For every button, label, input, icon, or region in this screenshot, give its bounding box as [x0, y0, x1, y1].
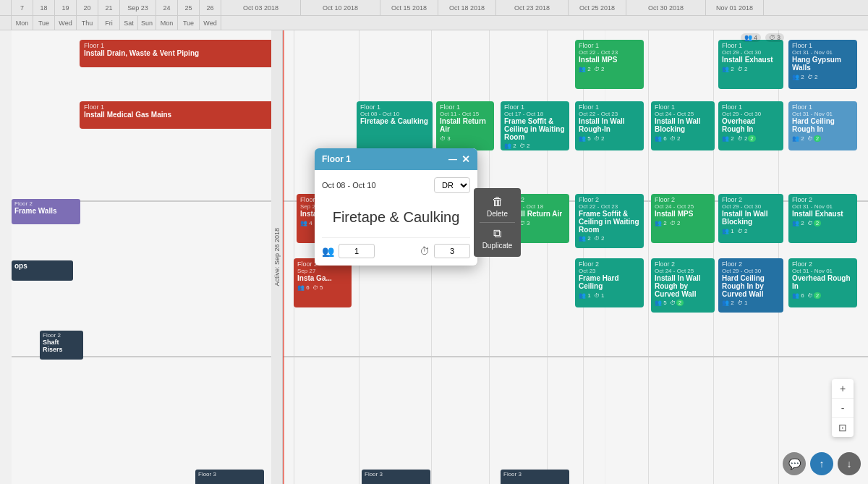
date-cell: Oct 15 2018: [380, 0, 438, 15]
active-label: Active: Sep 26 2018: [271, 30, 283, 484]
task-card[interactable]: Floor 3: [195, 470, 264, 484]
zoom-out-button[interactable]: -: [832, 399, 854, 418]
task-card[interactable]: Floor 1 Oct 17 - Oct 18 Frame Soffit & C…: [501, 101, 569, 150]
task-card[interactable]: Floor 1 Oct 31 - Nov 01 Hard Ceiling Rou…: [788, 101, 857, 150]
task-card[interactable]: Floor 1 Oct 22 - Oct 23 Install In Wall …: [575, 101, 644, 150]
popup-date-range: Oct 08 - Oct 10: [322, 181, 376, 190]
date-cell: Oct 23 2018: [496, 0, 569, 15]
task-card-wall-blocking[interactable]: Floor 1 Oct 24 - Oct 25 Install In Wall …: [651, 101, 715, 150]
task-card-firetape[interactable]: Floor 1 Oct 08 - Oct 10 Firetape & Caulk…: [357, 101, 433, 150]
duplicate-icon: ⧉: [493, 227, 501, 240]
date-cell: Sep 23: [120, 0, 156, 15]
date-cell: Nov 01 2018: [706, 0, 764, 15]
popup-task-name: Firetape & Caulking: [322, 200, 470, 237]
nav-up-button[interactable]: ↑: [810, 452, 833, 475]
date-cell: Oct 25 2018: [569, 0, 626, 15]
popup-tag-select[interactable]: DR CR: [434, 177, 470, 193]
popup-close-button[interactable]: ✕: [461, 153, 470, 165]
popup-minimize[interactable]: —: [448, 154, 457, 164]
day-cell: Wed: [55, 16, 77, 30]
date-header: 7 18 19 20 21 Sep 23 24 25 26 Oct 03 201…: [0, 0, 868, 16]
date-cell: Oct 18 2018: [438, 0, 496, 15]
popup-body: Oct 08 - Oct 10 DR CR Firetape & Caulkin…: [315, 170, 477, 266]
today-badge: 👥4 ⏱3: [738, 30, 787, 45]
task-card[interactable]: Floor 2 Oct 22 - Oct 23 Frame Soffit & C…: [575, 194, 644, 248]
day-cell: Sat: [120, 16, 138, 30]
delete-icon: 🗑: [492, 195, 503, 208]
context-menu: 🗑 Delete ⧉ Duplicate: [474, 188, 521, 257]
day-cell: Mon: [156, 16, 178, 30]
crew-input[interactable]: [339, 244, 375, 258]
zoom-reset-button[interactable]: ⊡: [832, 418, 854, 437]
date-cell: 26: [200, 0, 221, 15]
day-cell: Tue: [33, 16, 55, 30]
date-cell: 7: [12, 0, 33, 15]
day-header: Mon Tue Wed Thu Fri Sat Sun Mon Tue Wed: [0, 16, 868, 30]
task-card[interactable]: Floor 3: [501, 470, 569, 484]
popup-title: Floor 1: [322, 154, 351, 164]
task-card[interactable]: Floor 2 Oct 29 - Oct 30 Hard Ceiling Rou…: [718, 258, 783, 313]
task-card[interactable]: Floor 2 Oct 24 - Oct 25 Install MPS 👥 2⏱…: [651, 194, 715, 243]
nav-down-button[interactable]: ↓: [838, 452, 861, 475]
day-cell: Thu: [77, 16, 98, 30]
day-cell: Mon: [12, 16, 33, 30]
delete-label: Delete: [487, 210, 508, 218]
gantt-wrapper: 7 18 19 20 21 Sep 23 24 25 26 Oct 03 201…: [0, 0, 868, 484]
task-card[interactable]: Floor 2 Sep 27 Insta Ga... 👥 6⏱ 5: [294, 258, 352, 307]
crew-icon: 👥: [322, 245, 334, 257]
day-cell: Sun: [138, 16, 156, 30]
task-card[interactable]: Floor 2 Oct 31 - Nov 01 Overhead Rough I…: [788, 258, 857, 307]
task-card[interactable]: Floor 1 Oct 11 - Oct 15 Install Return A…: [436, 101, 494, 150]
date-cell: 18: [33, 0, 55, 15]
day-cell: Tue: [178, 16, 200, 30]
duration-input[interactable]: [434, 244, 470, 258]
today-line: [283, 30, 284, 484]
date-cell: 24: [156, 0, 178, 15]
floor2-label: Floor 2 Frame Walls: [12, 199, 80, 224]
task-card[interactable]: Floor 2 Oct 24 - Oct 25 Install In Wall …: [651, 258, 715, 313]
context-duplicate[interactable]: ⧉ Duplicate: [474, 223, 521, 254]
task-card[interactable]: Floor 1 Install Medical Gas Mains: [80, 101, 275, 129]
zoom-controls: + - ⊡: [832, 379, 854, 437]
nav-controls: 💬 ↑ ↓: [783, 452, 861, 475]
task-card[interactable]: Floor 2 Oct 23 Frame Hard Ceiling 👥 1⏱ 1: [575, 258, 644, 307]
task-card[interactable]: Floor 2 Shaft Risers: [40, 331, 83, 360]
day-cell: Fri: [98, 16, 120, 30]
task-card[interactable]: Floor 2 Oct 31 - Nov 01 Install Exhaust …: [788, 194, 857, 243]
ops-label: ops: [12, 260, 73, 281]
task-card[interactable]: Floor 3: [362, 470, 430, 484]
chat-button[interactable]: 💬: [783, 452, 806, 475]
task-card[interactable]: Floor 1 Oct 29 - Oct 30 Overhead Rough I…: [718, 101, 783, 150]
popup-header: Floor 1 — ✕: [315, 148, 477, 170]
task-card[interactable]: Floor 1 Oct 22 - Oct 23 Install MPS 👥 2⏱…: [575, 40, 644, 89]
task-card[interactable]: Floor 1 Oct 29 - Oct 30 Install Exhaust …: [718, 40, 783, 89]
duration-icon: ⏱: [420, 245, 430, 257]
duplicate-label: Duplicate: [482, 242, 513, 250]
context-delete[interactable]: 🗑 Delete: [474, 191, 521, 222]
day-cell: Wed: [200, 16, 221, 30]
zoom-in-button[interactable]: +: [832, 379, 854, 399]
task-card[interactable]: Floor 1 Install Drain, Waste & Vent Pipi…: [80, 40, 275, 67]
date-cell: Oct 03 2018: [221, 0, 301, 15]
date-cell: 19: [55, 0, 77, 15]
task-popup[interactable]: Floor 1 — ✕ Oct 08 - Oct 10 DR CR Fireta…: [315, 148, 477, 266]
date-cell: 21: [98, 0, 120, 15]
date-cell: Oct 30 2018: [626, 0, 706, 15]
task-card[interactable]: Floor 2 Oct 29 - Oct 30 Install In Wall …: [718, 194, 783, 243]
task-card[interactable]: Floor 1 Oct 31 - Nov 01 Hang Gypsum Wall…: [788, 40, 857, 89]
date-cell: 25: [178, 0, 200, 15]
date-cell: Oct 10 2018: [301, 0, 380, 15]
date-cell: 20: [77, 0, 98, 15]
